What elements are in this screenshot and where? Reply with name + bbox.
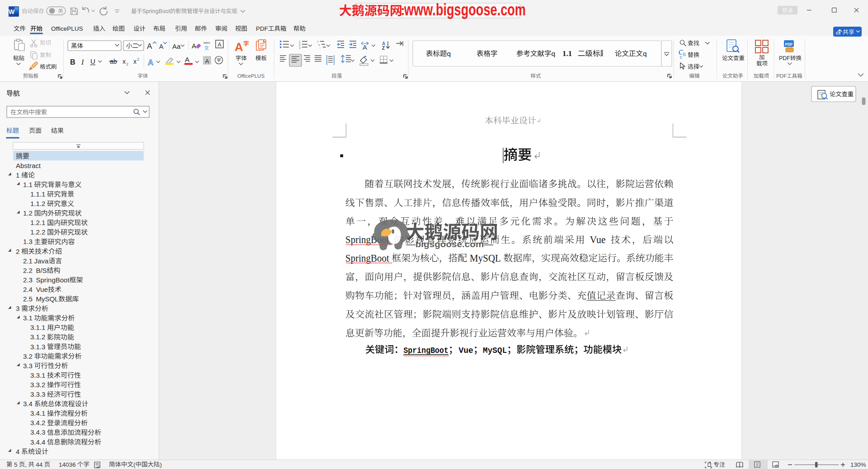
svg-text:PDF: PDF bbox=[776, 73, 787, 79]
svg-text:B/S: B/S bbox=[36, 267, 47, 274]
svg-text:1.1.2: 1.1.2 bbox=[30, 200, 45, 207]
svg-text:,: , bbox=[25, 461, 27, 468]
svg-text:wén: wén bbox=[203, 41, 210, 45]
svg-text:B: B bbox=[70, 58, 75, 66]
svg-text:1: 1 bbox=[16, 171, 19, 179]
svg-text:3.4.4: 3.4.4 bbox=[30, 438, 45, 446]
svg-text:OfficePLUS: OfficePLUS bbox=[51, 25, 83, 32]
svg-text:c: c bbox=[680, 55, 682, 60]
svg-text:A: A bbox=[363, 43, 367, 51]
svg-text:3.1.2: 3.1.2 bbox=[30, 333, 45, 341]
svg-text:Aa: Aa bbox=[172, 42, 181, 50]
svg-text:3.3.3: 3.3.3 bbox=[30, 390, 45, 398]
svg-text:A: A bbox=[192, 42, 196, 50]
svg-text:q: q bbox=[447, 50, 451, 57]
svg-text:1.1.1: 1.1.1 bbox=[30, 190, 45, 198]
svg-text:x: x bbox=[123, 58, 126, 65]
svg-text:2: 2 bbox=[126, 62, 128, 66]
svg-text:2.4: 2.4 bbox=[23, 286, 33, 293]
svg-text:1.1: 1.1 bbox=[23, 181, 33, 188]
svg-text:3.4.1: 3.4.1 bbox=[30, 409, 45, 417]
svg-text:Vue: Vue bbox=[36, 286, 48, 293]
svg-text:I: I bbox=[81, 58, 84, 66]
svg-text:PDF: PDF bbox=[785, 42, 793, 47]
svg-text:Abstract: Abstract bbox=[16, 162, 41, 169]
svg-text:3.3: 3.3 bbox=[23, 362, 33, 370]
svg-text:SpringBoot: SpringBoot bbox=[403, 346, 448, 356]
svg-text:b: b bbox=[683, 52, 686, 57]
svg-text:PDF: PDF bbox=[779, 55, 790, 61]
svg-text:2.3: 2.3 bbox=[23, 276, 33, 284]
svg-text:Vue: Vue bbox=[590, 234, 606, 245]
svg-text:MySQL: MySQL bbox=[470, 252, 501, 264]
svg-text:1.1: 1.1 bbox=[562, 49, 572, 58]
svg-text:A: A bbox=[185, 56, 189, 63]
svg-text:3.1: 3.1 bbox=[23, 314, 33, 322]
svg-text:x: x bbox=[133, 58, 137, 65]
svg-text:3: 3 bbox=[16, 305, 19, 312]
svg-text:3.1.3: 3.1.3 bbox=[30, 343, 45, 351]
svg-text:44: 44 bbox=[36, 461, 43, 468]
svg-text:3: 3 bbox=[299, 46, 301, 49]
svg-text:Z: Z bbox=[382, 46, 385, 51]
svg-text:130%: 130% bbox=[850, 461, 866, 468]
svg-text:2.5: 2.5 bbox=[23, 295, 33, 303]
svg-text:3.3.2: 3.3.2 bbox=[30, 381, 45, 389]
svg-text:5: 5 bbox=[14, 461, 18, 468]
svg-text:1.3: 1.3 bbox=[23, 238, 33, 245]
svg-text:A: A bbox=[235, 40, 243, 54]
svg-text:3.4.2: 3.4.2 bbox=[30, 419, 45, 427]
svg-text:SpringBoot: SpringBoot bbox=[36, 276, 70, 284]
svg-text:W: W bbox=[9, 8, 15, 15]
svg-text:3.1.1: 3.1.1 bbox=[30, 324, 45, 331]
svg-text:1.2.1: 1.2.1 bbox=[30, 219, 45, 226]
svg-text:—bigsgoose.com—: —bigsgoose.com— bbox=[406, 239, 493, 249]
svg-text:OfficePLUS: OfficePLUS bbox=[237, 73, 264, 79]
svg-text:MySQL: MySQL bbox=[36, 295, 58, 303]
svg-text:3.3.1: 3.3.1 bbox=[30, 371, 45, 379]
svg-text:A: A bbox=[159, 43, 164, 50]
svg-text:SpringBoot: SpringBoot bbox=[345, 252, 389, 264]
svg-text:3.4.3: 3.4.3 bbox=[30, 428, 45, 436]
svg-text:q: q bbox=[643, 50, 647, 57]
svg-text:A: A bbox=[147, 42, 152, 51]
svg-text:1.2.2: 1.2.2 bbox=[30, 228, 45, 236]
svg-text:4: 4 bbox=[16, 448, 19, 455]
svg-text:2: 2 bbox=[137, 57, 139, 61]
svg-text:2: 2 bbox=[16, 248, 19, 255]
svg-text:A: A bbox=[217, 42, 221, 48]
svg-text:A: A bbox=[205, 58, 209, 65]
svg-text:Vue: Vue bbox=[458, 346, 473, 356]
svg-text:PDF: PDF bbox=[256, 25, 268, 32]
svg-text:2.1: 2.1 bbox=[23, 257, 33, 265]
svg-text:(: ( bbox=[133, 461, 136, 468]
svg-text:q: q bbox=[552, 50, 556, 57]
svg-text:MySQL: MySQL bbox=[483, 346, 507, 356]
svg-text:i: i bbox=[320, 47, 320, 49]
svg-text:3.4: 3.4 bbox=[23, 400, 33, 408]
svg-text:): ) bbox=[160, 461, 162, 468]
svg-text:Java: Java bbox=[34, 257, 49, 265]
svg-text:A: A bbox=[148, 58, 153, 67]
svg-text:1.2: 1.2 bbox=[23, 209, 33, 217]
svg-text:14036: 14036 bbox=[59, 461, 76, 468]
svg-text:2.2: 2.2 bbox=[23, 267, 33, 274]
svg-text:www.bigsgoose.com: www.bigsgoose.com bbox=[404, 0, 526, 19]
svg-text:U: U bbox=[90, 57, 95, 65]
svg-text:SpringBoot: SpringBoot bbox=[142, 8, 170, 14]
svg-text:3.2: 3.2 bbox=[23, 352, 33, 360]
